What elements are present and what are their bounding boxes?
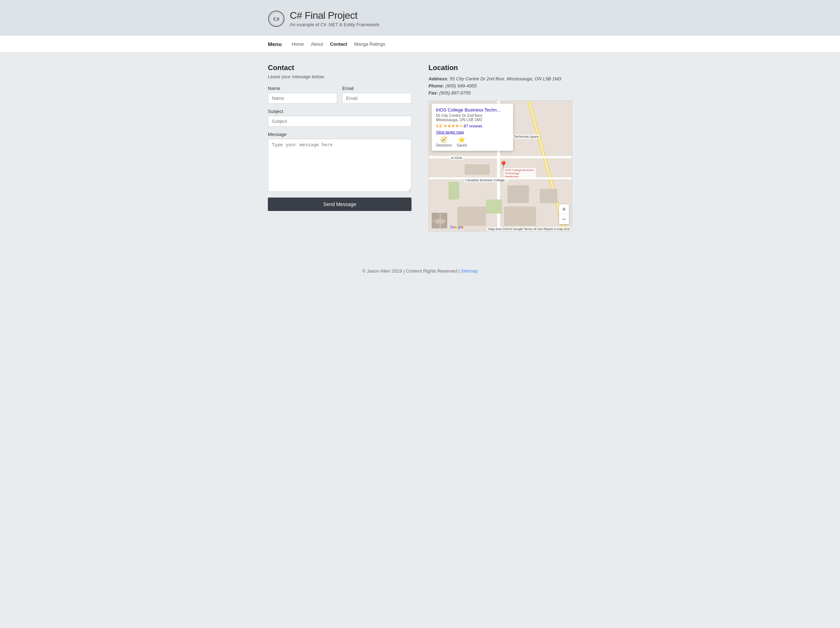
nav-link-contact[interactable]: Contact (327, 36, 351, 52)
nav-link-manga[interactable]: Manga Ratings (351, 36, 388, 52)
map-container: triOS College Business Techn... 55 City … (428, 101, 572, 231)
reviews-count[interactable]: 87 reviews (464, 124, 483, 128)
svg-rect-9 (458, 206, 486, 226)
fax-label: Fax: (428, 90, 438, 96)
svg-rect-11 (507, 185, 529, 203)
fax-line: Fax: (905) 897-9755 (428, 90, 572, 96)
message-label: Message (268, 132, 412, 137)
nav-link-about[interactable]: About (308, 36, 327, 52)
svg-rect-15 (448, 182, 459, 200)
pin-label: triOS College Business Technology Health… (504, 168, 536, 179)
location-title: Location (428, 64, 572, 72)
map-pin: 📍 (499, 161, 508, 170)
directions-icon: 🧭 (440, 136, 447, 143)
directions-button[interactable]: 🧭 Directions (436, 136, 452, 147)
location-info: Address: 55 City Centre Dr 2nd floor, Mi… (428, 76, 572, 96)
site-footer: © Jason Allen 2019 | Content Rights Rese… (0, 260, 840, 281)
saved-button[interactable]: ⭐ Saved (456, 136, 466, 147)
address-label: Address: (428, 76, 448, 81)
message-textarea[interactable] (268, 139, 412, 192)
zoom-out-button[interactable]: − (559, 214, 569, 224)
view-larger-map-link[interactable]: View larger map (436, 130, 509, 134)
svg-rect-12 (540, 189, 557, 203)
contact-form: Name Email Subject Message Send Message (268, 85, 412, 211)
main-nav: Menu Home About Contact Manga Ratings (0, 36, 840, 52)
phone-line: Phone: (905) 949-4955 (428, 83, 572, 89)
klinik-label: le Klinik (450, 156, 463, 160)
address-line: Address: 55 City Centre Dr 2nd floor, Mi… (428, 76, 572, 81)
star-icon: ⭐ (458, 136, 465, 143)
contact-section: Contact Leave your message below. Name E… (268, 64, 412, 211)
svg-rect-13 (464, 164, 490, 175)
popup-rating: 4.5 ★★★★½ 87 reviews (436, 123, 509, 128)
menu-label: Menu (268, 41, 282, 47)
main-content: Contact Leave your message below. Name E… (261, 64, 579, 231)
contact-subtitle: Leave your message below. (268, 74, 412, 79)
email-label: Email (342, 85, 412, 91)
popup-actions: 🧭 Directions ⭐ Saved (436, 136, 509, 147)
map-popup: triOS College Business Techn... 55 City … (432, 104, 513, 151)
svg-rect-10 (504, 206, 536, 226)
sitemap-link[interactable]: Sitemap (461, 268, 478, 274)
rating-value: 4.5 (436, 123, 442, 128)
send-button[interactable]: Send Message (268, 198, 412, 211)
site-logo-icon: C# (268, 10, 285, 27)
site-title: C# Final Project (290, 10, 379, 21)
phone-value: (905) 949-4955 (445, 83, 477, 89)
svg-rect-14 (486, 199, 502, 214)
footer-text: © Jason Allen 2019 | Content Rights Rese… (362, 268, 459, 274)
location-section: Location Address: 55 City Centre Dr 2nd … (428, 64, 572, 231)
address-value: 55 City Centre Dr 2nd floor, Mississauga… (450, 76, 561, 81)
name-input[interactable] (268, 93, 337, 104)
popup-address-1: 55 City Centre Dr 2nd floor, Mississauga… (436, 113, 509, 122)
zoom-in-button[interactable]: + (559, 204, 569, 214)
fax-value: (905) 897-9755 (439, 90, 471, 96)
svg-text:C#: C# (273, 17, 279, 22)
site-header: C# C# Final Project An example of C# .NE… (0, 0, 840, 36)
subject-input[interactable] (268, 116, 412, 127)
map-attribution: Map data ©2019 Google Terms of Use Repor… (487, 227, 572, 231)
email-input[interactable] (342, 93, 412, 104)
map-zoom-controls: + − (559, 204, 569, 224)
popup-business-name[interactable]: triOS College Business Techn... (436, 107, 509, 112)
phone-label: Phone: (428, 83, 444, 89)
stars-icon: ★★★★½ (443, 123, 463, 128)
map-thumbnail (432, 213, 447, 228)
name-label: Name (268, 85, 337, 91)
canadian-business-label: Canadian Business College... (464, 178, 508, 182)
nav-link-home[interactable]: Home (288, 36, 308, 52)
subject-label: Subject (268, 109, 412, 114)
contact-title: Contact (268, 64, 412, 72)
google-maps-logo: Google (450, 225, 464, 229)
site-subtitle: An example of C# .NET & Entity Framework (290, 22, 379, 27)
